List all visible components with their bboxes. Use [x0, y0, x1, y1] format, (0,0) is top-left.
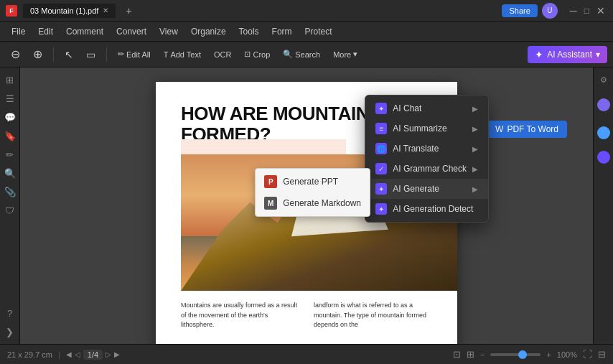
document-dimensions: 21 x 29.7 cm — [7, 350, 52, 359]
split-view-icon[interactable]: ⊟ — [598, 349, 606, 360]
ai-grammar-label: AI Grammar Check — [393, 164, 467, 174]
maximize-icon: □ — [582, 6, 591, 16]
main-layout: ⊞ ☰ 💬 🔖 ✏ 🔍 📎 🛡 ? ❯ How Are Mountains Fo… — [0, 67, 613, 344]
ai-detect-item[interactable]: ✦ AI Generation Detect — [365, 199, 488, 219]
sidebar-attach-icon[interactable]: 📎 — [2, 184, 18, 200]
ai-assistant-label: AI Assistant — [547, 50, 592, 60]
sidebar-comment-icon[interactable]: 💬 — [2, 109, 18, 125]
ppt-icon: P — [264, 175, 277, 188]
pdf-col-right: landform is what is referred to as a mou… — [314, 301, 432, 330]
more-button[interactable]: More ▾ — [328, 47, 362, 61]
ai-translate-icon: 🌐 — [375, 143, 387, 154]
pdf-to-word-label: PDF To Word — [507, 124, 558, 134]
current-page: 1 — [88, 350, 92, 359]
ai-detect-icon: ✦ — [375, 203, 387, 215]
menu-view[interactable]: View — [154, 24, 184, 39]
zoom-out-button[interactable]: ⊖ — [6, 45, 25, 63]
sidebar-pages-icon[interactable]: ☰ — [2, 90, 18, 106]
title-bar: F 03 Mountain (1).pdf ✕ + Share U ─ □ ✕ — [0, 0, 613, 22]
menu-comment[interactable]: Comment — [60, 24, 109, 39]
zoom-out-small[interactable]: − — [480, 350, 485, 359]
grid-icon[interactable]: ⊞ — [467, 349, 474, 360]
pdf-to-word-button[interactable]: W PDF To Word — [487, 121, 567, 138]
ocr-button[interactable]: OCR — [209, 48, 236, 61]
generate-ppt-label: Generate PPT — [283, 177, 338, 187]
sidebar-annotate-icon[interactable]: ✏ — [2, 146, 18, 162]
sidebar-search-icon[interactable]: 🔍 — [2, 165, 18, 181]
share-button[interactable]: Share — [502, 4, 537, 17]
ai-summarize-icon: ≡ — [375, 123, 387, 134]
sidebar-shield-icon[interactable]: 🛡 — [2, 202, 18, 218]
menu-file[interactable]: File — [6, 24, 31, 39]
sidebar-help-icon[interactable]: ? — [2, 305, 18, 321]
menu-convert[interactable]: Convert — [111, 24, 152, 39]
ai-assistant-button[interactable]: ✦ AI Assistant ▾ — [528, 46, 607, 63]
next-page-button[interactable]: ▶ — [114, 350, 120, 358]
edit-all-label: Edit All — [126, 50, 151, 59]
right-sidebar-icon2[interactable] — [597, 126, 610, 139]
ai-detect-label: AI Generation Detect — [393, 204, 473, 214]
menu-protect[interactable]: Protect — [299, 24, 338, 39]
cursor-tool-button[interactable]: ↖ — [60, 47, 78, 62]
bottom-bar: 21 x 29.7 cm | ◀ ◁ 1/4 ▷ ▶ ⊡ ⊞ − + 100% … — [0, 344, 613, 364]
menu-edit[interactable]: Edit — [32, 24, 59, 39]
fullscreen-icon[interactable]: ⛶ — [583, 349, 592, 360]
toolbar: ⊖ ⊕ ↖ ▭ ✏ Edit All T Add Text OCR ⊡ Crop… — [0, 42, 613, 67]
title-bar-left: F 03 Mountain (1).pdf ✕ + — [6, 2, 136, 19]
sidebar-expand-icon[interactable]: ❯ — [2, 324, 18, 340]
ai-chat-item[interactable]: ✦ AI Chat ▶ — [365, 98, 488, 118]
zoom-thumb[interactable] — [518, 350, 527, 359]
right-sidebar-icon1[interactable] — [597, 98, 610, 111]
crop-icon: ⊡ — [244, 50, 251, 59]
zoom-slider[interactable] — [490, 353, 541, 356]
menu-tools[interactable]: Tools — [233, 24, 265, 39]
active-tab[interactable]: 03 Mountain (1).pdf ✕ — [23, 4, 116, 18]
sidebar-bookmark-icon[interactable]: 🔖 — [2, 128, 18, 144]
pdf-col-left: Mountains are usually formed as a result… — [181, 301, 299, 330]
crop-button[interactable]: ⊡ Crop — [239, 47, 275, 61]
generate-markdown-item[interactable]: M Generate Markdown — [256, 192, 370, 214]
fit-width-icon[interactable]: ⊡ — [453, 349, 461, 360]
edit-all-button[interactable]: ✏ Edit All — [113, 47, 156, 61]
ocr-label: OCR — [214, 50, 231, 59]
rectangle-tool-button[interactable]: ▭ — [81, 47, 100, 62]
generate-ppt-item[interactable]: P Generate PPT — [256, 171, 370, 192]
search-icon: 🔍 — [283, 50, 293, 59]
ai-grammar-icon: ✓ — [375, 163, 387, 174]
ai-summarize-item[interactable]: ≡ AI Summarize ▶ — [365, 118, 488, 139]
ai-generate-icon: ✦ — [375, 183, 387, 195]
pdf-body-text: Mountains are usually formed as a result… — [181, 301, 432, 330]
ai-generate-arrow: ▶ — [472, 185, 478, 193]
zoom-in-button[interactable]: ⊕ — [28, 45, 47, 63]
menu-form[interactable]: Form — [266, 24, 298, 39]
menu-bar: File Edit Comment Convert View Organize … — [0, 22, 613, 42]
ai-translate-arrow: ▶ — [472, 145, 478, 153]
crop-label: Crop — [253, 50, 270, 59]
left-sidebar: ⊞ ☰ 💬 🔖 ✏ 🔍 📎 🛡 ? ❯ — [0, 67, 20, 344]
new-tab-button[interactable]: + — [121, 2, 136, 19]
ai-grammar-item[interactable]: ✓ AI Grammar Check ▶ — [365, 159, 488, 179]
right-sidebar-icon3[interactable] — [597, 151, 610, 164]
title-bar-right: Share U ─ □ ✕ — [502, 3, 607, 19]
minimize-icon: ─ — [568, 5, 579, 17]
page-indicator: 1/4 — [83, 350, 103, 360]
sidebar-home-icon[interactable]: ⊞ — [2, 72, 18, 88]
ai-chat-arrow: ▶ — [472, 105, 478, 113]
zoom-in-small[interactable]: + — [546, 350, 551, 359]
add-text-button[interactable]: T Add Text — [159, 48, 206, 61]
markdown-icon: M — [264, 197, 277, 210]
ai-summarize-label: AI Summarize — [393, 123, 446, 134]
prev-page-button[interactable]: ◀ — [66, 350, 72, 358]
right-sidebar-settings-icon[interactable]: ⚙ — [596, 72, 612, 88]
menu-organize[interactable]: Organize — [185, 24, 232, 39]
ai-dropdown-menu: ✦ AI Chat ▶ ≡ AI Summarize ▶ 🌐 AI Transl… — [365, 95, 489, 223]
first-page-button[interactable]: ◁ — [75, 350, 80, 358]
search-button[interactable]: 🔍 Search — [278, 47, 325, 61]
bottom-bar-right: ⊡ ⊞ − + 100% ⛶ ⊟ — [453, 349, 606, 360]
window-controls: ─ □ ✕ — [568, 5, 607, 17]
last-page-button[interactable]: ▷ — [106, 350, 111, 358]
ai-translate-item[interactable]: 🌐 AI Translate ▶ — [365, 139, 488, 159]
tab-close-button[interactable]: ✕ — [103, 6, 108, 14]
ai-generate-item[interactable]: ✦ AI Generate ▶ — [365, 179, 488, 199]
app-icon: F — [6, 5, 17, 17]
